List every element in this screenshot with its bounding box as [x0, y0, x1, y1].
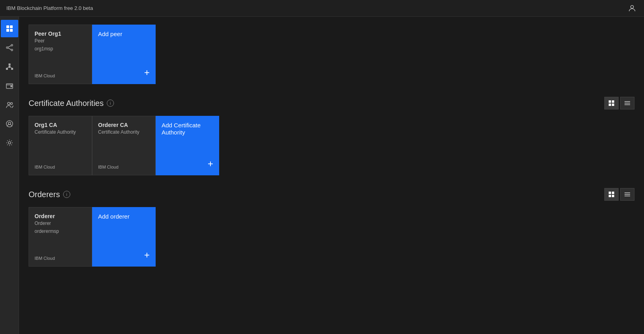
ca-list-view-btn[interactable]: [620, 97, 634, 109]
sidebar-item-identity[interactable]: [1, 115, 18, 132]
sidebar-item-settings[interactable]: [1, 134, 18, 152]
peers-section: Peer Org1 Peer org1msp IBM Cloud Add pee…: [29, 25, 634, 84]
sidebar-item-organizations[interactable]: [1, 58, 18, 75]
svg-point-0: [631, 5, 633, 8]
peer-org1-cloud: IBM Cloud: [35, 73, 86, 78]
svg-line-8: [8, 46, 11, 47]
orderers-section-header: Orderers i: [29, 188, 634, 201]
peer-org1-type: Peer: [35, 38, 86, 44]
add-ca-label: Add Certificate Authority: [162, 122, 213, 136]
peer-org1-name: Peer Org1: [35, 31, 86, 37]
svg-rect-26: [609, 104, 611, 106]
svg-point-22: [8, 122, 11, 125]
org1-ca-cloud: IBM Cloud: [35, 165, 86, 169]
svg-rect-11: [8, 66, 10, 68]
ca-section: Certificate Authorities i: [29, 97, 634, 175]
content-area: Peer Org1 Peer org1msp IBM Cloud Add pee…: [19, 17, 644, 334]
svg-point-7: [11, 49, 13, 51]
svg-rect-37: [625, 196, 630, 196]
svg-rect-2: [10, 25, 13, 28]
orderers-info-icon[interactable]: i: [63, 191, 70, 198]
svg-rect-1: [6, 25, 9, 28]
orderer-ca-type: Certificate Authority: [98, 129, 150, 135]
orderers-title-row: Orderers i: [29, 190, 70, 199]
add-orderer-icon: +: [98, 250, 150, 261]
svg-rect-33: [609, 195, 611, 197]
orderer-name: Orderer: [35, 213, 86, 220]
add-peer-card[interactable]: Add peer +: [92, 25, 156, 84]
orderer-card[interactable]: Orderer Orderer orderermsp IBM Cloud: [29, 207, 92, 267]
orderers-section: Orderers i: [29, 188, 634, 267]
svg-rect-3: [6, 29, 9, 32]
orderer-ca-card[interactable]: Orderer CA Certificate Authority IBM Clo…: [92, 116, 156, 175]
svg-rect-35: [625, 192, 630, 193]
svg-point-20: [10, 103, 12, 105]
svg-point-23: [8, 142, 11, 144]
orderers-list-view-btn[interactable]: [620, 188, 634, 201]
ca-section-header: Certificate Authorities i: [29, 97, 634, 109]
svg-rect-13: [8, 63, 10, 65]
orderer-ca-cloud: IBM Cloud: [98, 165, 150, 169]
svg-rect-25: [612, 100, 614, 103]
svg-rect-36: [625, 194, 630, 195]
svg-rect-18: [11, 86, 12, 87]
svg-point-19: [8, 102, 10, 105]
org1-ca-name: Org1 CA: [35, 122, 86, 129]
topbar: IBM Blockchain Platform free 2.0 beta: [0, 0, 644, 17]
org1-ca-card[interactable]: Org1 CA Certificate Authority IBM Cloud: [29, 116, 92, 175]
add-peer-label: Add peer: [98, 31, 150, 38]
svg-rect-4: [10, 29, 13, 32]
svg-line-9: [8, 48, 11, 50]
orderer-msp: orderermsp: [35, 228, 86, 234]
svg-rect-28: [625, 101, 630, 102]
user-avatar[interactable]: [627, 3, 638, 14]
add-orderer-card[interactable]: Add orderer +: [92, 207, 156, 267]
svg-point-5: [6, 47, 8, 48]
add-ca-card[interactable]: Add Certificate Authority +: [156, 116, 219, 175]
sidebar-item-dashboard[interactable]: [1, 20, 18, 37]
sidebar-item-wallet[interactable]: [1, 77, 18, 94]
orderer-type: Orderer: [35, 221, 86, 226]
app-title: IBM Blockchain Platform free 2.0 beta: [6, 5, 93, 11]
org1-ca-type: Certificate Authority: [35, 129, 86, 135]
sidebar-item-network[interactable]: [1, 39, 18, 56]
ca-info-icon[interactable]: i: [107, 100, 114, 107]
sidebar: [0, 17, 19, 334]
add-ca-icon: +: [162, 158, 213, 169]
ca-title-row: Certificate Authorities i: [29, 99, 114, 108]
svg-rect-10: [6, 68, 8, 70]
ca-grid-view-btn[interactable]: [604, 97, 619, 109]
svg-rect-30: [625, 104, 630, 105]
svg-rect-32: [612, 192, 614, 194]
orderers-section-title: Orderers: [29, 190, 60, 199]
sidebar-item-users[interactable]: [1, 96, 18, 113]
orderers-grid-view-btn[interactable]: [604, 188, 619, 201]
svg-rect-29: [625, 103, 630, 104]
ca-section-title: Certificate Authorities: [29, 99, 104, 108]
svg-rect-24: [609, 100, 611, 103]
add-peer-icon: +: [98, 67, 150, 78]
orderer-ca-name: Orderer CA: [98, 122, 150, 129]
peers-cards: Peer Org1 Peer org1msp IBM Cloud Add pee…: [29, 25, 634, 84]
svg-rect-31: [609, 192, 611, 194]
orderers-view-controls: [604, 188, 634, 201]
svg-rect-12: [11, 68, 13, 70]
orderer-cloud: IBM Cloud: [35, 256, 86, 261]
add-orderer-label: Add orderer: [98, 213, 150, 220]
peer-org1-msp: org1msp: [35, 46, 86, 52]
main-layout: Peer Org1 Peer org1msp IBM Cloud Add pee…: [0, 17, 644, 334]
peer-org1-card[interactable]: Peer Org1 Peer org1msp IBM Cloud: [29, 25, 92, 84]
svg-point-6: [11, 44, 13, 46]
ca-cards: Org1 CA Certificate Authority IBM Cloud …: [29, 116, 634, 175]
ca-view-controls: [604, 97, 634, 109]
orderers-cards: Orderer Orderer orderermsp IBM Cloud Add…: [29, 207, 634, 267]
svg-rect-34: [612, 195, 614, 197]
svg-rect-27: [612, 104, 614, 106]
